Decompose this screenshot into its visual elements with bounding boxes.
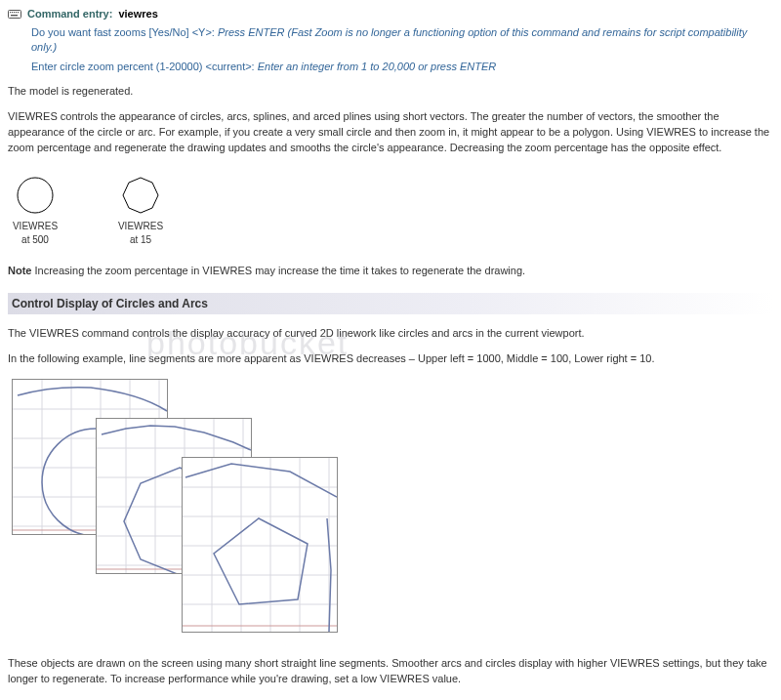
svg-rect-3 [14, 12, 15, 13]
svg-marker-46 [214, 518, 308, 604]
prompt-line-2: Enter circle zoom percent (1-20000) <cur… [31, 60, 773, 74]
viewres-15-label1: VIEWRES [117, 221, 164, 232]
note-paragraph: Note Increasing the zoom percentage in V… [8, 264, 773, 279]
command-entry-value: viewres [118, 8, 157, 20]
svg-rect-2 [12, 12, 13, 13]
circle-polygon-icon [117, 174, 164, 217]
keyboard-icon [8, 8, 21, 20]
viewres-example-15: VIEWRES at 15 [117, 174, 164, 246]
svg-rect-0 [9, 11, 21, 19]
svg-rect-5 [18, 12, 19, 13]
svg-rect-1 [10, 12, 11, 13]
prompt-2-action: Enter an integer from 1 to 20,000 or pre… [258, 61, 497, 72]
note-label: Note [8, 265, 31, 276]
prompt-1-question: Do you want fast zooms [Yes/No] <Y>: [31, 26, 215, 38]
prompt-block: Do you want fast zooms [Yes/No] <Y>: Pre… [31, 25, 773, 74]
svg-rect-4 [16, 12, 17, 13]
section-p1: The VIEWRES command controls the display… [8, 326, 773, 342]
circle-smooth-icon [12, 174, 59, 217]
viewres-examples-row: VIEWRES at 500 VIEWRES at 15 [12, 174, 773, 246]
prompt-2-question: Enter circle zoom percent (1-20000) <cur… [31, 61, 255, 72]
viewres-example-500: VIEWRES at 500 [12, 174, 59, 246]
section-heading: Control Display of Circles and Arcs [8, 293, 773, 314]
note-text: Increasing the zoom percentage in VIEWRE… [35, 265, 526, 276]
viewres-500-label2: at 500 [12, 234, 59, 246]
command-entry-row: Command entry: viewres [8, 8, 773, 20]
svg-rect-6 [11, 15, 18, 16]
prompt-line-1: Do you want fast zooms [Yes/No] <Y>: Pre… [31, 25, 773, 56]
section-p2: In the following example, line segments … [8, 351, 773, 367]
regen-text: The model is regenerated. [8, 84, 773, 100]
command-entry-label: Command entry: [27, 8, 112, 20]
viewres-15-label2: at 15 [117, 234, 164, 246]
viewport-overlay-wrap [8, 379, 773, 642]
section-p3: These objects are drawn on the screen us… [8, 656, 773, 687]
svg-marker-8 [123, 178, 158, 213]
svg-point-7 [18, 178, 53, 213]
viewport-10 [182, 457, 338, 633]
prompt-1-action: Press ENTER [218, 26, 284, 38]
description-text: VIEWRES controls the appearance of circl… [8, 109, 773, 156]
viewres-500-label1: VIEWRES [12, 221, 59, 232]
viewport-10-svg [183, 458, 337, 632]
